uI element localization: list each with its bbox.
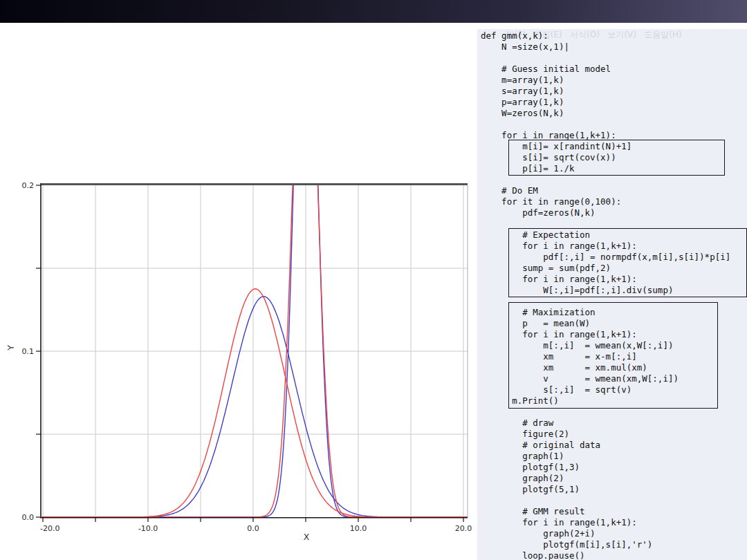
plot-grid xyxy=(41,185,468,517)
x-axis-label: X xyxy=(304,532,310,542)
svg-text:0.0: 0.0 xyxy=(22,513,35,522)
svg-text:0.0: 0.0 xyxy=(247,524,259,533)
top-banner xyxy=(0,0,747,23)
plot-figure: -20.0-10.00.010.020.00.00.10.2 X Y xyxy=(0,166,484,560)
svg-text:0.1: 0.1 xyxy=(22,347,35,356)
svg-text:-20.0: -20.0 xyxy=(40,524,59,533)
svg-text:-10.0: -10.0 xyxy=(138,524,158,533)
plot-tick-labels: -20.0-10.00.010.020.00.00.10.2 xyxy=(22,181,472,533)
svg-text:0.2: 0.2 xyxy=(22,181,35,190)
code-text[interactable]: def gmm(x,k): N =size(x,1)| # Guess init… xyxy=(477,29,747,560)
plot-svg: -20.0-10.00.010.020.00.00.10.2 X Y xyxy=(0,166,484,560)
svg-text:10.0: 10.0 xyxy=(350,524,367,533)
svg-text:20.0: 20.0 xyxy=(455,524,472,533)
code-panel[interactable]: 일(F) 편집(E) 서식(O) 보기(V) 도움말(H) def gmm(x,… xyxy=(477,29,747,560)
y-axis-label: Y xyxy=(6,345,16,351)
plot-axes xyxy=(36,183,468,522)
